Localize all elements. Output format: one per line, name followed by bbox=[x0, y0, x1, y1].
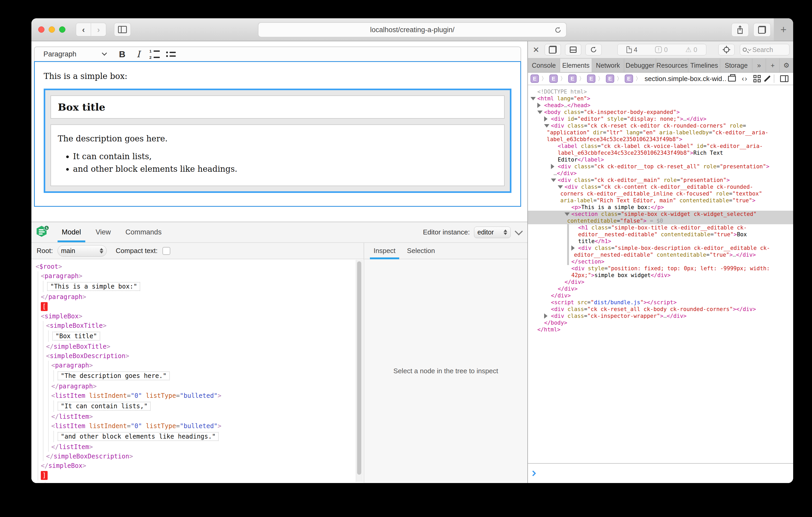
model-tree-node[interactable]: </paragraph> bbox=[31, 292, 364, 302]
dom-node-row[interactable]: contenteditable="false"> = $0 bbox=[528, 217, 793, 224]
disclosure-expanded-icon[interactable] bbox=[530, 97, 536, 100]
dom-node-row[interactable]: …</div> bbox=[528, 170, 793, 177]
root-select[interactable]: main bbox=[58, 245, 107, 257]
model-tree-node[interactable]: "This is a simple box:" bbox=[31, 281, 364, 292]
model-tree-node[interactable]: </$root> bbox=[31, 480, 364, 483]
reload-page-button[interactable] bbox=[585, 44, 602, 55]
collapse-inspector-icon[interactable] bbox=[515, 227, 523, 235]
dom-node-row[interactable]: <h1 class="simple-box-title ck-editor__e… bbox=[528, 224, 793, 231]
model-tree-node[interactable]: ] bbox=[31, 470, 364, 480]
devtools-tab-timelines[interactable]: Timelines bbox=[688, 59, 720, 72]
bulleted-list-button[interactable] bbox=[163, 47, 179, 61]
dom-node-row[interactable]: <head>…</head> bbox=[528, 102, 793, 109]
devtools-tab-elements[interactable]: Elements bbox=[560, 59, 592, 72]
reload-icon[interactable] bbox=[554, 26, 562, 35]
box-title-text[interactable]: Box title bbox=[58, 101, 497, 113]
dom-node-row[interactable]: "application" dir="ltr" lang="en" aria-l… bbox=[528, 129, 793, 136]
dom-node-row[interactable]: <div class="ck ck-content ck-editor__edi… bbox=[528, 183, 793, 190]
devtools-tab-debugger[interactable]: Debugger bbox=[624, 59, 656, 72]
model-tree-scrollbar[interactable] bbox=[356, 260, 362, 482]
model-tree-node[interactable]: </simpleBox> bbox=[31, 461, 364, 470]
dock-devtools-button[interactable] bbox=[565, 44, 581, 55]
dom-node-row[interactable]: <section class="simple-box ck-widget ck-… bbox=[528, 211, 793, 217]
disclosure-expanded-icon[interactable] bbox=[544, 124, 549, 127]
element-picker-button[interactable] bbox=[718, 44, 734, 55]
grid-overlay-icon[interactable] bbox=[753, 75, 761, 82]
pane-tab-inspect[interactable]: Inspect bbox=[368, 243, 401, 259]
dom-node-row[interactable]: editor__nested-editable" contenteditable… bbox=[528, 251, 793, 258]
detach-devtools-button[interactable] bbox=[545, 44, 561, 55]
close-window-button[interactable] bbox=[38, 26, 45, 33]
model-text-node[interactable]: "It can contain lists," bbox=[58, 402, 151, 410]
model-tree-node[interactable]: <simpleBox> bbox=[31, 311, 364, 321]
devtools-tab-console[interactable]: Console bbox=[528, 59, 560, 72]
simple-box-title-field[interactable]: Box title bbox=[51, 95, 504, 119]
heading-dropdown[interactable]: Paragraph bbox=[44, 50, 106, 58]
devtools-tab-network[interactable]: Network bbox=[592, 59, 624, 72]
dom-node-row[interactable]: <div class="ck ck-editor__main" role="pr… bbox=[528, 177, 793, 183]
dom-node-row[interactable]: label_e63cbbfece34c53ce23501062343f49b8"… bbox=[528, 136, 793, 143]
disclosure-collapsed-icon[interactable] bbox=[544, 313, 548, 318]
disclosure-collapsed-icon[interactable] bbox=[571, 245, 575, 251]
close-devtools-button[interactable]: ✕ bbox=[531, 45, 541, 54]
model-tree-node[interactable]: "and other block elements like headings.… bbox=[31, 431, 364, 442]
inspector-tab-commands[interactable]: Commands bbox=[118, 222, 169, 242]
dom-node-row[interactable]: label_e63cbbfece34c53ce23501062343f49b8"… bbox=[528, 150, 793, 156]
breadcrumb-element-badge[interactable]: E bbox=[568, 74, 577, 83]
resource-count[interactable]: 4 bbox=[627, 46, 638, 54]
dom-node-row[interactable]: <script src="dist/bundle.js"></script> bbox=[528, 299, 793, 306]
dom-node-row[interactable]: 42px;">simple box widget</div> bbox=[528, 272, 793, 279]
dom-node-row[interactable]: </div> bbox=[528, 279, 793, 285]
editor-paragraph[interactable]: This is a simple box: bbox=[44, 71, 512, 81]
disclosure-expanded-icon[interactable] bbox=[537, 111, 543, 114]
dom-node-row[interactable]: <div class="ck ck-reset_all ck-body ck-r… bbox=[528, 306, 793, 313]
devtools-search[interactable] bbox=[740, 44, 789, 55]
editor-list-item[interactable]: and other block elements like headings. bbox=[73, 164, 497, 174]
scrollbar-thumb[interactable] bbox=[357, 262, 361, 475]
tab-overview-button[interactable] bbox=[753, 23, 771, 37]
model-tree-node[interactable]: </paragraph> bbox=[31, 382, 364, 391]
dom-node-row[interactable]: Editor</label> bbox=[528, 156, 793, 163]
pane-tab-selection[interactable]: Selection bbox=[401, 243, 441, 259]
dom-node-row[interactable]: <body class="ck-inspector-body-expanded"… bbox=[528, 109, 793, 116]
model-tree-node[interactable]: [ bbox=[31, 302, 364, 311]
details-sidebar-toggle-icon[interactable] bbox=[780, 75, 788, 82]
devtools-tab-resources[interactable]: Resources bbox=[656, 59, 688, 72]
breadcrumb-element-badge[interactable]: E bbox=[530, 74, 539, 83]
devtools-settings-button[interactable]: ⚙ bbox=[780, 59, 793, 72]
disclosure-collapsed-icon[interactable] bbox=[544, 116, 548, 122]
breadcrumb-element-badge[interactable]: E bbox=[549, 74, 558, 83]
model-text-node[interactable]: "and other block elements like headings.… bbox=[58, 432, 219, 441]
model-tree-node[interactable]: </listItem> bbox=[31, 442, 364, 452]
model-tree-node[interactable]: </simpleBoxDescription> bbox=[31, 452, 364, 461]
dom-node-row[interactable]: </div> bbox=[528, 285, 793, 292]
dom-node-row[interactable]: <div id="editor" style="display: none;">… bbox=[528, 116, 793, 122]
styles-brush-icon[interactable] bbox=[764, 75, 771, 82]
model-tree-node[interactable]: </simpleBoxTitle> bbox=[31, 342, 364, 351]
model-text-node[interactable]: "The description goes here." bbox=[58, 371, 170, 380]
more-tabs-button[interactable]: » bbox=[752, 59, 766, 72]
model-tree-node[interactable]: <listItem listIndent="0" listType="bulle… bbox=[31, 391, 364, 400]
new-tab-button[interactable]: + bbox=[774, 18, 793, 41]
model-tree-node[interactable]: <paragraph> bbox=[31, 271, 364, 281]
dom-node-row[interactable]: <div class="ck-inspector-wrapper">…</div… bbox=[528, 313, 793, 320]
minimize-window-button[interactable] bbox=[49, 26, 55, 33]
inspector-tab-view[interactable]: View bbox=[88, 222, 118, 242]
warning-count[interactable]: ⚠0 bbox=[686, 46, 697, 54]
dom-node-row[interactable]: <div style="position: fixed; top: 0px; l… bbox=[528, 265, 793, 272]
model-tree-node[interactable]: "The description goes here." bbox=[31, 370, 364, 382]
dom-node-row[interactable]: <div class="ck ck-reset ck-editor ck-rou… bbox=[528, 122, 793, 129]
model-tree-node[interactable]: <listItem listIndent="0" listType="bulle… bbox=[31, 421, 364, 431]
dom-node-row[interactable]: <div class="simple-box-description ck-ed… bbox=[528, 245, 793, 251]
dom-node-row[interactable]: </html> bbox=[528, 326, 793, 333]
italic-button[interactable]: I bbox=[130, 47, 146, 61]
show-source-icon[interactable]: ‹› bbox=[742, 74, 748, 83]
dom-node-row[interactable]: editor__nested-editable" contenteditable… bbox=[528, 231, 793, 238]
model-tree-node[interactable]: <paragraph> bbox=[31, 361, 364, 370]
zoom-window-button[interactable] bbox=[59, 26, 65, 33]
disclosure-expanded-icon[interactable] bbox=[551, 179, 556, 182]
devtools-tab-storage[interactable]: Storage bbox=[720, 59, 752, 72]
compact-text-checkbox[interactable] bbox=[163, 247, 170, 255]
model-tree-node[interactable]: <simpleBoxDescription> bbox=[31, 351, 364, 361]
disclosure-collapsed-icon[interactable] bbox=[537, 103, 541, 108]
